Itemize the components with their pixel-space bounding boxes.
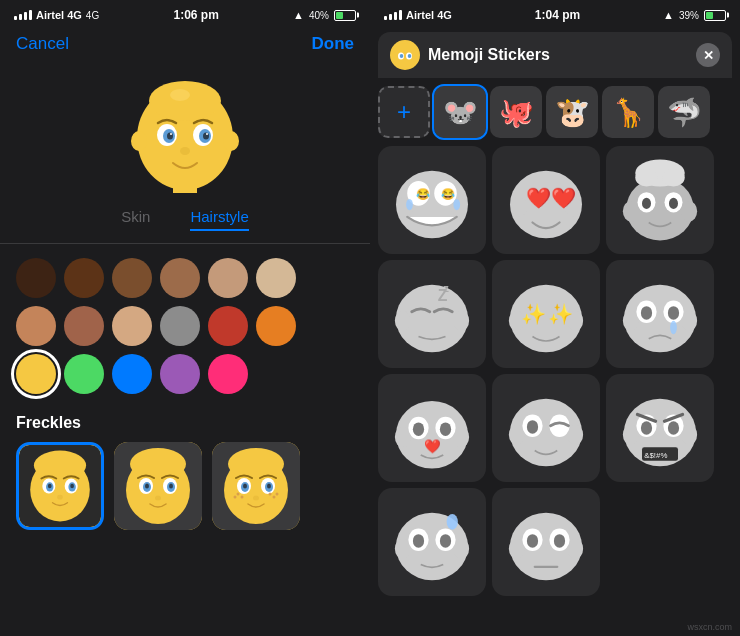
freckle-face-svg-0: [19, 445, 101, 527]
svg-text:❤️: ❤️: [526, 186, 552, 211]
right-panel: Airtel 4G 1:04 pm ▲ 39% Mem: [370, 0, 740, 636]
stickers-scroll[interactable]: 😂 😂 ❤️ ❤️: [370, 142, 740, 636]
svg-point-49: [273, 496, 276, 499]
tab-skin[interactable]: Skin: [121, 208, 150, 231]
svg-text:&$!#%: &$!#%: [644, 451, 667, 460]
4g-icon: 4G: [86, 10, 99, 21]
status-bar-right: Airtel 4G 1:04 pm ▲ 39%: [370, 0, 740, 28]
color-grid: [0, 244, 370, 404]
battery-fill-left: [336, 12, 343, 19]
sticker-star-eyes[interactable]: ✨ ✨: [492, 260, 600, 368]
sticker-laughing[interactable]: 😂 😂: [378, 146, 486, 254]
sticker-sleeping[interactable]: Z z: [378, 260, 486, 368]
svg-point-73: [681, 201, 697, 221]
color-swatch[interactable]: [160, 354, 200, 394]
cancel-button[interactable]: Cancel: [16, 34, 69, 54]
top-sticker-giraffe[interactable]: 🦒: [602, 86, 654, 138]
color-swatch[interactable]: [256, 258, 296, 298]
top-sticker-cow[interactable]: 🐮: [546, 86, 598, 138]
svg-point-108: [509, 425, 525, 445]
color-swatch[interactable]: [112, 258, 152, 298]
top-sticker-octopus[interactable]: 🐙: [490, 86, 542, 138]
svg-point-65: [453, 199, 460, 210]
svg-point-127: [413, 534, 424, 548]
svg-point-52: [396, 43, 414, 53]
skin-hairstyle-tabs: Skin Hairstyle: [0, 200, 370, 244]
sticker-heart-mouse[interactable]: ❤️: [378, 374, 486, 482]
right-status-info: Airtel 4G: [384, 9, 452, 21]
watermark: wsxcn.com: [687, 622, 732, 632]
stickers-title-row: Memoji Stickers: [390, 40, 550, 70]
svg-point-67: [511, 197, 527, 217]
color-swatch[interactable]: [208, 306, 248, 346]
svg-point-82: [395, 311, 411, 331]
sticker-angry[interactable]: &$!#%: [606, 374, 714, 482]
sticker-svg-angry: &$!#%: [615, 383, 705, 473]
svg-text:✨: ✨: [521, 302, 547, 327]
sticker-crying[interactable]: [606, 260, 714, 368]
sticker-sweat[interactable]: [378, 488, 486, 596]
battery-icon-left: [334, 10, 356, 21]
sticker-wink[interactable]: [492, 374, 600, 482]
svg-point-112: [527, 420, 538, 434]
right-status-icons-right: ▲ 39%: [663, 9, 726, 21]
sticker-svg-star: ✨ ✨: [501, 269, 591, 359]
color-swatch[interactable]: [112, 354, 152, 394]
avatar-svg: [390, 40, 420, 70]
freckle-option-1[interactable]: [114, 442, 202, 530]
color-row-3: [16, 354, 354, 394]
svg-point-119: [668, 421, 679, 435]
svg-point-24: [57, 495, 63, 500]
svg-point-76: [662, 169, 685, 187]
stickers-title: Memoji Stickers: [428, 46, 550, 64]
freckle-face-svg-1: [114, 442, 202, 530]
svg-point-64: [406, 199, 413, 210]
svg-point-124: [453, 539, 469, 559]
svg-point-80: [669, 198, 678, 209]
svg-point-33: [169, 484, 173, 489]
svg-rect-1: [173, 183, 197, 193]
sticker-cloud-hat[interactable]: [606, 146, 714, 254]
sticker-row-4: [378, 488, 732, 596]
color-swatch[interactable]: [160, 306, 200, 346]
svg-point-118: [641, 421, 652, 435]
svg-point-43: [267, 484, 271, 489]
svg-point-129: [447, 514, 458, 530]
add-sticker-button[interactable]: +: [378, 86, 430, 138]
svg-point-48: [269, 493, 272, 496]
signal-icon-right: [384, 10, 402, 20]
color-row-2: [16, 306, 354, 346]
face-svg: [125, 73, 245, 193]
svg-point-93: [681, 311, 697, 331]
color-swatch-selected[interactable]: [16, 354, 56, 394]
svg-point-83: [453, 311, 469, 331]
color-swatch[interactable]: [64, 258, 104, 298]
color-swatch[interactable]: [16, 306, 56, 346]
color-swatch[interactable]: [112, 306, 152, 346]
top-sticker-shark[interactable]: 🦈: [658, 86, 710, 138]
battery-fill-right: [706, 12, 713, 19]
sticker-heart-eyes[interactable]: ❤️ ❤️: [492, 146, 600, 254]
color-swatch[interactable]: [208, 354, 248, 394]
right-status-icons-left: ▲ 40%: [293, 9, 356, 21]
color-swatch[interactable]: [64, 306, 104, 346]
close-button[interactable]: ✕: [696, 43, 720, 67]
color-swatch[interactable]: [160, 258, 200, 298]
svg-point-46: [241, 496, 244, 499]
svg-point-104: [413, 422, 424, 436]
freckle-option-0[interactable]: [16, 442, 104, 530]
freckle-option-2[interactable]: [212, 442, 300, 530]
sticker-neutral[interactable]: [492, 488, 600, 596]
color-swatch[interactable]: [16, 258, 56, 298]
color-swatch[interactable]: [208, 258, 248, 298]
svg-point-12: [180, 147, 190, 155]
svg-point-100: [395, 427, 411, 447]
svg-point-11: [206, 133, 208, 135]
color-swatch[interactable]: [256, 306, 296, 346]
color-swatch[interactable]: [64, 354, 104, 394]
done-button[interactable]: Done: [312, 34, 355, 54]
top-sticker-mouse[interactable]: 🐭: [434, 86, 486, 138]
svg-point-96: [641, 306, 652, 320]
top-sticker-row: + 🐭 🐙 🐮 🦒 🦈: [370, 78, 740, 142]
tab-hairstyle[interactable]: Hairstyle: [190, 208, 248, 231]
